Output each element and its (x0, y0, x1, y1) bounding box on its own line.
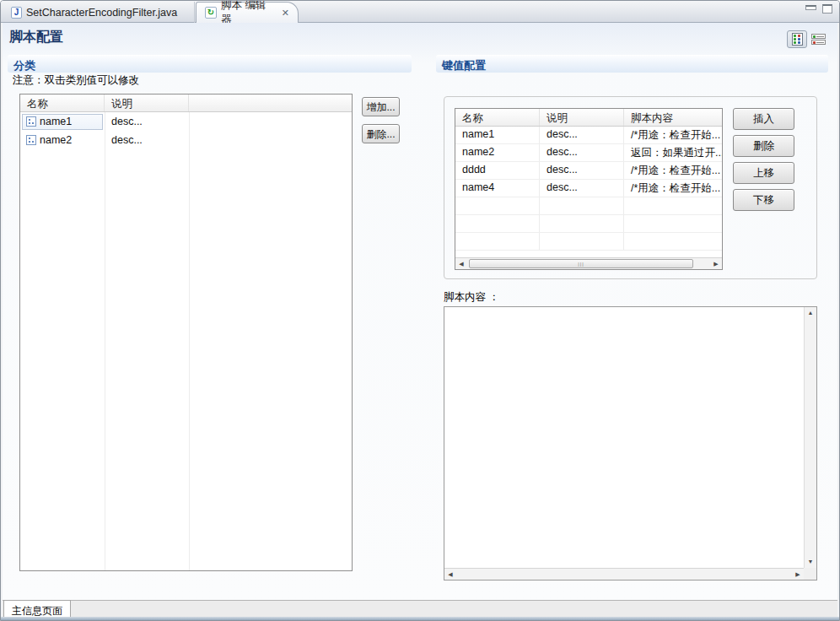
page-title: 脚本配置 (9, 29, 63, 46)
vertical-layout-button[interactable] (787, 30, 807, 48)
table-row[interactable]: name4 desc... /*用途：检查开始... (455, 180, 722, 197)
move-up-button[interactable]: 上移 (733, 162, 794, 184)
cell-desc: desc... (105, 116, 189, 127)
script-editor-icon: ↻ (205, 7, 217, 19)
vertical-scrollbar[interactable]: ▲ ▼ (804, 307, 816, 568)
empty-row[interactable] (455, 197, 722, 215)
scroll-right-icon[interactable]: ▶ (792, 569, 804, 580)
delete-button[interactable]: 删除... (362, 124, 400, 143)
script-content-label: 脚本内容 ： (444, 290, 499, 305)
right-section-header: 键值配置 (436, 55, 828, 73)
key-value-table-header: 名称 说明 脚本内容 (455, 109, 722, 127)
scroll-left-icon[interactable]: ◀ (455, 258, 467, 269)
column-header-blank[interactable] (189, 94, 352, 111)
cell-desc: desc... (540, 127, 624, 143)
category-item-icon (26, 135, 36, 145)
cell-script: 返回：如果通过开... (624, 144, 722, 161)
table-row[interactable]: name1 desc... /*用途：检查开始... (455, 127, 722, 144)
cell-script: /*用途：检查开始... (624, 180, 722, 197)
category-table: 名称 说明 name1 desc... (19, 94, 353, 571)
cell-name: dddd (455, 162, 540, 179)
category-item-icon (26, 116, 36, 127)
key-value-groupbox: 名称 说明 脚本内容 name1 desc... /*用途：检查开始... na… (444, 96, 817, 279)
horizontal-layout-button[interactable] (811, 33, 826, 46)
window-bottom-edge (1, 617, 839, 620)
insert-button[interactable]: 插入 (733, 108, 794, 130)
vertical-layout-icon (792, 33, 803, 46)
cell-desc: desc... (540, 144, 624, 161)
cell-name: name2 (40, 134, 72, 146)
scroll-right-icon[interactable]: ▶ (710, 258, 722, 269)
cell-name: name2 (455, 144, 540, 161)
move-down-button[interactable]: 下移 (733, 189, 794, 211)
editor-tab-bar: J SetCharacterEncodingFilter.java ↻ 脚本 编… (1, 1, 839, 23)
add-button[interactable]: 增加... (362, 97, 400, 116)
cell-name: name4 (455, 180, 540, 197)
scroll-down-icon[interactable]: ▼ (805, 556, 816, 568)
category-table-body: name1 desc... name2 desc... (20, 112, 352, 570)
maximize-icon[interactable] (822, 4, 832, 14)
table-row[interactable]: name2 desc... (20, 131, 352, 149)
application-window: J SetCharacterEncodingFilter.java ↻ 脚本 编… (0, 0, 840, 621)
editor-content: 脚本配置 分类 注意：双击类别值可以修改 名称 说明 (3, 23, 837, 600)
empty-row[interactable] (455, 215, 722, 233)
close-icon[interactable]: ✕ (282, 8, 289, 19)
cell-desc: desc... (540, 180, 624, 197)
cell-desc: desc... (105, 134, 189, 146)
note-text: 注意：双击类别值可以修改 (13, 73, 139, 88)
cell-name: name1 (455, 127, 540, 143)
table-row[interactable]: name2 desc... 返回：如果通过开... (455, 144, 722, 162)
key-value-table: 名称 说明 脚本内容 name1 desc... /*用途：检查开始... na… (455, 108, 723, 270)
column-header-desc[interactable]: 说明 (105, 94, 189, 111)
red-dot-icon (813, 41, 816, 44)
cell[interactable]: name2 (22, 132, 103, 148)
table-row[interactable]: name1 desc... (20, 112, 352, 131)
cell-script: /*用途：检查开始... (624, 127, 722, 143)
horizontal-scrollbar[interactable]: ◀ ||| ▶ (455, 257, 722, 269)
column-header-name[interactable]: 名称 (20, 94, 105, 111)
column-header-script[interactable]: 脚本内容 (624, 109, 722, 126)
cell-name: name1 (40, 116, 72, 127)
script-content-input[interactable] (444, 307, 804, 568)
window-controls (805, 4, 832, 14)
scroll-left-icon[interactable]: ◀ (444, 569, 456, 580)
category-table-header: 名称 说明 (20, 94, 352, 112)
cell-desc: desc... (540, 162, 624, 179)
horizontal-scrollbar[interactable]: ◀ ▶ (444, 568, 804, 580)
java-file-icon: J (11, 7, 22, 19)
column-header-desc[interactable]: 说明 (540, 109, 624, 126)
tab-script-editor[interactable]: ↻ 脚本 编辑器 ✕ (196, 2, 299, 23)
table-row[interactable]: dddd desc... /*用途：检查开始... (455, 162, 722, 180)
tab-label: SetCharacterEncodingFilter.java (26, 7, 177, 19)
view-toolbar (787, 30, 826, 48)
left-section-header: 分类 (8, 55, 412, 73)
column-divider (189, 112, 190, 570)
scrollbar-thumb[interactable]: ||| (469, 259, 693, 268)
delete-button[interactable]: 删除 (733, 135, 794, 157)
selected-cell[interactable]: name1 (22, 114, 103, 130)
column-header-name[interactable]: 名称 (455, 109, 540, 126)
script-content-box: ▲ ▼ ◀ ▶ (444, 306, 817, 580)
minimize-icon[interactable] (805, 5, 816, 10)
cell-script: /*用途：检查开始... (624, 162, 722, 179)
empty-row[interactable] (455, 233, 722, 251)
column-divider (105, 112, 105, 570)
green-dot-icon (813, 35, 816, 38)
tab-setcharacterencodingfilter[interactable]: J SetCharacterEncodingFilter.java (3, 2, 195, 23)
scrollbar-corner (804, 568, 816, 580)
scroll-up-icon[interactable]: ▲ (805, 307, 816, 319)
